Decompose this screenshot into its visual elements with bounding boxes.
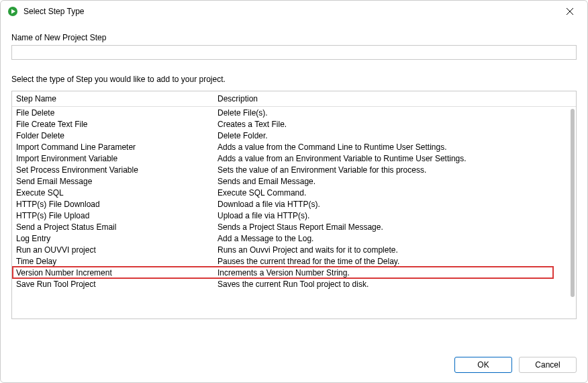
table-row[interactable]: HTTP(s) File DownloadDownload a file via…	[12, 198, 576, 210]
table-row[interactable]: Send a Project Status EmailSends a Proje…	[12, 221, 576, 232]
window-title: Select Step Type	[23, 7, 556, 16]
cell-description: Add a Message to the Log.	[213, 232, 556, 244]
cell-description: Sets the value of an Environment Variabl…	[213, 164, 556, 175]
button-row: OK Cancel	[1, 347, 587, 382]
cell-step-name: Import Command Line Parameter	[12, 141, 213, 153]
cell-description: Execute SQL Command.	[213, 187, 556, 198]
ok-button[interactable]: OK	[454, 357, 512, 373]
cell-step-name: File Delete	[12, 107, 213, 119]
cell-step-name: Send Email Message	[12, 175, 213, 187]
instruction-text: Select the type of Step you would like t…	[11, 75, 577, 84]
table-row[interactable]: Import Environment VariableAdds a value …	[12, 153, 576, 164]
titlebar: Select Step Type	[1, 1, 587, 22]
app-icon	[7, 6, 18, 17]
cell-description: Sends a Project Staus Report Email Messa…	[213, 221, 556, 232]
table-row[interactable]: Execute SQLExecute SQL Command.	[12, 187, 576, 198]
grid-header-row: Step Name Description	[12, 91, 576, 107]
cell-step-name: Version Number Increment	[12, 267, 213, 278]
table-row[interactable]: Run an OUVVI projectRuns an Ouvvi Projec…	[12, 244, 576, 255]
cell-description: Adds a value from an Environment Variabl…	[213, 153, 556, 164]
name-label: Name of New Project Step	[11, 33, 577, 42]
col-header-step-name[interactable]: Step Name	[12, 91, 213, 107]
cell-step-name: File Create Text File	[12, 118, 213, 130]
cell-step-name: Execute SQL	[12, 187, 213, 198]
step-name-input[interactable]	[11, 45, 577, 60]
table-row[interactable]: Send Email MessageSends and Email Messag…	[12, 175, 576, 187]
cell-description: Download a file via HTTP(s).	[213, 198, 556, 210]
cell-step-name: HTTP(s) File Download	[12, 198, 213, 210]
table-row[interactable]: File Create Text FileCreates a Text File…	[12, 118, 576, 130]
table-row[interactable]: Time DelayPauses the current thread for …	[12, 255, 576, 267]
table-row[interactable]: Folder DeleteDelete Folder.	[12, 130, 576, 141]
scrollbar-thumb[interactable]	[571, 109, 575, 297]
cell-step-name: Time Delay	[12, 255, 213, 267]
cell-step-name: HTTP(s) File Upload	[12, 210, 213, 221]
table-row[interactable]: HTTP(s) File UploadUpload a file via HTT…	[12, 210, 576, 221]
step-type-grid: Step Name Description File DeleteDelete …	[11, 91, 577, 319]
cell-step-name: Set Process Environment Variable	[12, 164, 213, 175]
cell-description: Increments a Version Number String.	[213, 267, 556, 278]
cell-description: Delete File(s).	[213, 107, 556, 119]
cell-description: Delete Folder.	[213, 130, 556, 141]
table-row[interactable]: Version Number IncrementIncrements a Ver…	[12, 267, 576, 278]
cell-description: Saves the current Run Tool project to di…	[213, 278, 556, 290]
close-button[interactable]	[556, 2, 583, 21]
cell-step-name: Import Environment Variable	[12, 153, 213, 164]
cell-step-name: Save Run Tool Project	[12, 278, 213, 290]
scrollbar[interactable]	[565, 108, 575, 317]
table-row[interactable]: Log EntryAdd a Message to the Log.	[12, 232, 576, 244]
cell-step-name: Send a Project Status Email	[12, 221, 213, 232]
table-row[interactable]: Set Process Environment VariableSets the…	[12, 164, 576, 175]
table-row[interactable]: File DeleteDelete File(s).	[12, 107, 576, 119]
col-header-description[interactable]: Description	[213, 91, 556, 107]
table-row[interactable]: Import Command Line ParameterAdds a valu…	[12, 141, 576, 153]
table-row[interactable]: Save Run Tool ProjectSaves the current R…	[12, 278, 576, 290]
cell-description: Sends and Email Message.	[213, 175, 556, 187]
close-icon	[566, 7, 574, 15]
cancel-button[interactable]: Cancel	[519, 357, 577, 373]
cell-description: Creates a Text File.	[213, 118, 556, 130]
dialog-content: Name of New Project Step Select the type…	[1, 22, 587, 347]
cell-step-name: Run an OUVVI project	[12, 244, 213, 255]
dialog-window: Select Step Type Name of New Project Ste…	[0, 0, 588, 383]
col-header-pad	[556, 91, 576, 107]
cell-description: Upload a file via HTTP(s).	[213, 210, 556, 221]
cell-description: Runs an Ouvvi Project and waits for it t…	[213, 244, 556, 255]
cell-step-name: Log Entry	[12, 232, 213, 244]
cell-description: Pauses the current thread for the time o…	[213, 255, 556, 267]
cell-step-name: Folder Delete	[12, 130, 213, 141]
cell-description: Adds a value from the Command Line to Ru…	[213, 141, 556, 153]
